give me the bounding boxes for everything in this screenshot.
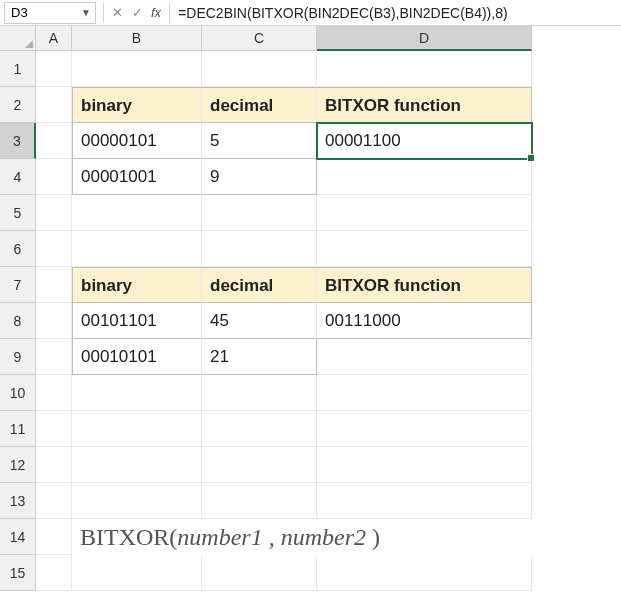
cell[interactable] [202,195,317,231]
cell[interactable] [317,231,532,267]
row-header[interactable]: 10 [0,375,36,411]
cell[interactable] [72,555,202,591]
name-box[interactable]: D3 ▼ [4,2,96,24]
cell[interactable]: 00111000 [317,303,532,339]
fx-icon[interactable]: fx [151,5,161,20]
cell[interactable] [317,339,532,375]
cell-reference: D3 [11,5,28,20]
cell[interactable] [317,195,532,231]
cell[interactable]: 5 [202,123,317,159]
formula-input[interactable]: =DEC2BIN(BITXOR(BIN2DEC(B3),BIN2DEC(B4))… [174,5,507,21]
row-header[interactable]: 6 [0,231,36,267]
row-header[interactable]: 14 [0,519,36,555]
cell[interactable] [317,555,532,591]
cell[interactable]: 9 [202,159,317,195]
cell[interactable] [36,123,72,159]
cell[interactable] [72,375,202,411]
cell[interactable] [317,375,532,411]
cell[interactable] [72,51,202,87]
cell[interactable] [72,411,202,447]
row-header[interactable]: 5 [0,195,36,231]
cell[interactable] [36,195,72,231]
cell[interactable] [36,159,72,195]
cell[interactable] [202,555,317,591]
cell[interactable] [72,231,202,267]
cell[interactable] [36,87,72,123]
select-all-corner[interactable] [0,26,36,51]
cell[interactable] [317,51,532,87]
syntax-fn: BITXOR( [80,524,177,550]
col-header-A[interactable]: A [36,26,72,51]
cell[interactable] [317,411,532,447]
col-header-C[interactable]: C [202,26,317,51]
cell[interactable] [72,195,202,231]
cell[interactable] [36,339,72,375]
divider [169,3,170,23]
cell[interactable] [202,51,317,87]
cell[interactable] [202,483,317,519]
cell[interactable] [36,555,72,591]
col-header-B[interactable]: B [72,26,202,51]
table-header[interactable]: BITXOR function [317,267,532,303]
cell[interactable] [202,411,317,447]
table-header[interactable]: binary [72,87,202,123]
row-header[interactable]: 9 [0,339,36,375]
cell[interactable]: 00101101 [72,303,202,339]
row-header[interactable]: 4 [0,159,36,195]
col-header-D[interactable]: D [317,26,532,51]
cell[interactable] [36,231,72,267]
chevron-down-icon[interactable]: ▼ [81,7,91,18]
cell[interactable] [36,411,72,447]
formula-bar: D3 ▼ ✕ ✓ fx =DEC2BIN(BITXOR(BIN2DEC(B3),… [0,0,621,26]
cell[interactable] [202,231,317,267]
cell[interactable] [202,447,317,483]
cell[interactable] [36,51,72,87]
row-header[interactable]: 12 [0,447,36,483]
row-header[interactable]: 3 [0,123,36,159]
row-header[interactable]: 11 [0,411,36,447]
cell[interactable] [36,303,72,339]
row-header[interactable]: 1 [0,51,36,87]
cell[interactable]: 00010101 [72,339,202,375]
table-header[interactable]: decimal [202,87,317,123]
cell[interactable] [36,483,72,519]
cell[interactable] [36,375,72,411]
cell[interactable] [317,447,532,483]
accept-icon[interactable]: ✓ [127,5,147,20]
cancel-icon[interactable]: ✕ [107,5,127,20]
divider [103,3,104,23]
cell[interactable] [36,447,72,483]
cell[interactable]: 00001001 [72,159,202,195]
cell[interactable] [202,375,317,411]
syntax-text: BITXOR(number1 , number2 ) [72,519,532,555]
table-header[interactable]: BITXOR function [317,87,532,123]
table-header[interactable]: binary [72,267,202,303]
cell[interactable] [317,159,532,195]
syntax-close: ) [372,524,380,550]
table-header[interactable]: decimal [202,267,317,303]
cell[interactable] [72,483,202,519]
cell[interactable]: 21 [202,339,317,375]
spreadsheet-grid: A B C D 1 2 binary decimal BITXOR functi… [0,26,621,591]
row-header[interactable]: 7 [0,267,36,303]
cell[interactable]: 00000101 [72,123,202,159]
cell[interactable] [36,519,72,555]
row-header[interactable]: 15 [0,555,36,591]
cell[interactable] [36,267,72,303]
row-header[interactable]: 13 [0,483,36,519]
selected-cell[interactable]: 00001100 [317,123,532,159]
cell[interactable]: 45 [202,303,317,339]
cell[interactable] [72,447,202,483]
row-header[interactable]: 2 [0,87,36,123]
row-header[interactable]: 8 [0,303,36,339]
syntax-args: number1 , number2 [177,524,372,550]
cell[interactable] [317,483,532,519]
